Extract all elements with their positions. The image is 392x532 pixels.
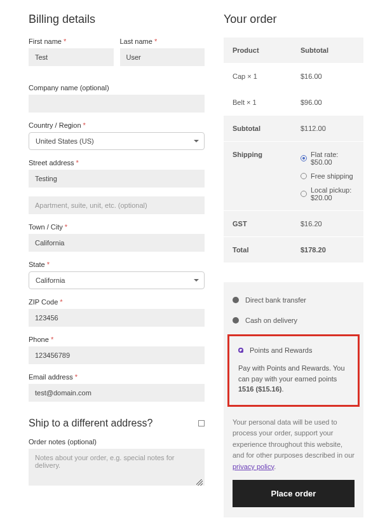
last-name-field: Last name * [120, 38, 205, 66]
billing-heading: Billing details [29, 13, 205, 26]
town-label: Town / City * [29, 223, 205, 231]
order-item-row: Belt × 1 $96.00 [224, 90, 363, 116]
order-notes-input[interactable] [29, 449, 205, 486]
item-name: Cap × 1 [233, 72, 301, 80]
subtotal-value: $112.00 [301, 125, 355, 132]
payment-label: Points and Rewards [250, 346, 312, 354]
subtotal-label: Subtotal [233, 125, 301, 132]
town-input[interactable] [29, 234, 205, 252]
company-input[interactable] [29, 95, 205, 113]
radio-unselected-icon [233, 297, 239, 303]
privacy-policy-link[interactable]: privacy policy [233, 463, 274, 470]
ship-option-free[interactable]: Free shipping [301, 172, 355, 180]
ship-option-pickup[interactable]: Local pickup: $20.00 [301, 186, 355, 201]
product-header: Product [233, 46, 301, 54]
country-label: Country / Region * [29, 121, 205, 129]
ship-option-label: Local pickup: $20.00 [311, 186, 355, 201]
last-name-label: Last name * [120, 38, 205, 45]
phone-input[interactable] [29, 346, 205, 364]
state-field: State * California [29, 261, 205, 289]
street-input[interactable] [29, 170, 205, 188]
street-field: Street address * [29, 159, 205, 188]
order-item-row: Cap × 1 $16.00 [224, 64, 363, 90]
company-label: Company name (optional) [29, 84, 205, 92]
radio-unselected-icon [301, 191, 307, 197]
chevron-down-icon [194, 279, 199, 282]
email-label: Email address * [29, 373, 205, 381]
email-field: Email address * [29, 373, 205, 402]
order-summary: Product Subtotal Cap × 1 $16.00 Belt × 1… [224, 38, 363, 263]
order-notes-label: Order notes (optional) [29, 438, 205, 446]
total-value: $178.20 [301, 246, 355, 254]
order-heading: Your order [224, 13, 363, 26]
radio-unselected-icon [233, 317, 239, 324]
radio-selected-icon [238, 348, 243, 353]
payment-methods: Direct bank transfer Cash on delivery Po… [224, 282, 363, 517]
first-name-label: First name * [29, 38, 114, 45]
points-highlight-box: Points and Rewards Pay with Points and R… [227, 334, 360, 407]
payment-label: Direct bank transfer [245, 296, 306, 304]
street-label: Street address * [29, 159, 205, 167]
radio-unselected-icon [301, 173, 307, 179]
first-name-input[interactable] [29, 48, 114, 66]
gst-row: GST $16.20 [224, 211, 363, 237]
shipping-label: Shipping [233, 151, 301, 201]
country-field: Country / Region * United States (US) [29, 121, 205, 150]
zip-field: ZIP Code * [29, 298, 205, 327]
item-price: $16.00 [301, 72, 355, 80]
gst-value: $16.20 [301, 220, 355, 228]
ship-option-flat-rate[interactable]: Flat rate: $50.00 [301, 151, 355, 166]
last-name-input[interactable] [120, 48, 205, 66]
country-value: United States (US) [36, 137, 94, 145]
gst-label: GST [233, 220, 301, 228]
total-label: Total [233, 246, 301, 254]
payment-option-cod[interactable]: Cash on delivery [224, 310, 363, 331]
payment-option-bank[interactable]: Direct bank transfer [224, 290, 363, 310]
first-name-field: First name * [29, 38, 114, 66]
shipping-row: Shipping Flat rate: $50.00 Free shipping… [224, 142, 363, 211]
points-description: Pay with Points and Rewards. You can pay… [234, 363, 353, 395]
town-field: Town / City * [29, 223, 205, 252]
state-value: California [36, 276, 65, 284]
company-field: Company name (optional) [29, 84, 205, 113]
payment-label: Cash on delivery [245, 317, 297, 324]
phone-field: Phone * [29, 336, 205, 364]
order-notes-field: Order notes (optional) [29, 438, 205, 488]
state-label: State * [29, 261, 205, 268]
zip-input[interactable] [29, 309, 205, 327]
subtotal-header: Subtotal [301, 46, 355, 54]
state-select[interactable]: California [29, 271, 205, 289]
chevron-down-icon [194, 140, 199, 142]
phone-label: Phone * [29, 336, 205, 343]
total-row: Total $178.20 [224, 237, 363, 263]
street2-input[interactable] [29, 196, 205, 214]
item-price: $96.00 [301, 99, 355, 106]
ship-heading: Ship to a different address? [29, 418, 152, 429]
order-header-row: Product Subtotal [224, 38, 363, 64]
place-order-button[interactable]: Place order [233, 480, 355, 507]
zip-label: ZIP Code * [29, 298, 205, 306]
payment-option-points[interactable]: Points and Rewards [234, 341, 353, 363]
subtotal-row: Subtotal $112.00 [224, 116, 363, 142]
privacy-text: Your personal data will be used to proce… [224, 407, 363, 481]
country-select[interactable]: United States (US) [29, 132, 205, 150]
radio-selected-icon [301, 155, 307, 161]
email-input[interactable] [29, 384, 205, 402]
ship-different-checkbox[interactable] [198, 420, 205, 426]
ship-option-label: Flat rate: $50.00 [311, 151, 355, 166]
street2-field [29, 196, 205, 214]
ship-option-label: Free shipping [311, 172, 353, 180]
item-name: Belt × 1 [233, 99, 301, 106]
